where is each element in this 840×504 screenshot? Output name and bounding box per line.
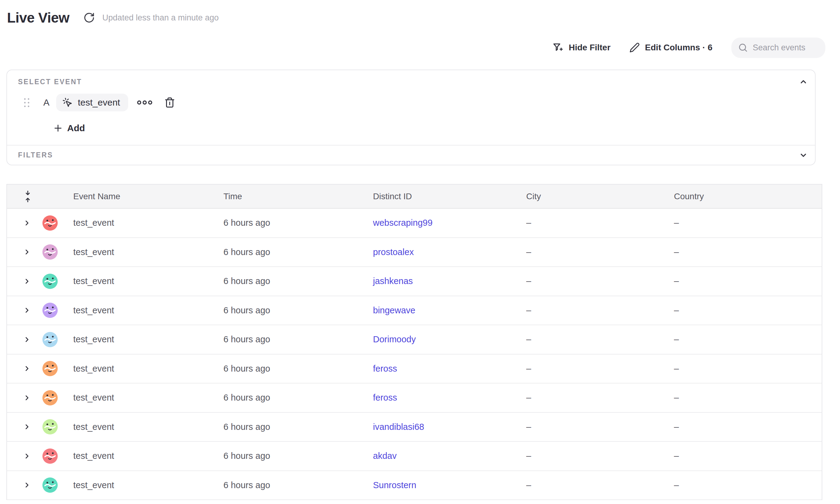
row-expand-chevron-icon[interactable] [23,278,30,285]
distinct-id-link[interactable]: Sunrostern [373,480,416,490]
event-name-cell: test_event [73,305,224,316]
city-cell: – [526,218,674,228]
drag-handle-icon[interactable] [24,98,29,107]
table-row[interactable]: test_event 6 hours ago feross – – [7,383,822,413]
refresh-button[interactable] [83,12,95,24]
toolbar: Hide Filter Edit Columns · 6 [0,37,825,58]
event-more-button[interactable] [137,100,153,106]
hide-filter-button[interactable]: Hide Filter [553,42,611,53]
avatar [42,215,58,231]
row-expand-chevron-icon[interactable] [23,336,30,343]
chevron-up-icon [799,77,808,86]
event-name-cell: test_event [73,480,224,490]
avatar-face [42,303,58,318]
edit-columns-label: Edit Columns · 6 [645,43,713,53]
row-expand-chevron-icon[interactable] [23,307,30,313]
chevron-down-icon [799,151,808,160]
city-cell: – [526,247,674,257]
time-cell: 6 hours ago [224,393,373,403]
city-cell: – [526,364,674,374]
table-row[interactable]: test_event 6 hours ago ivandiblasi68 – – [7,413,822,442]
avatar [42,478,58,493]
distinct-id-link[interactable]: feross [373,393,397,402]
time-cell: 6 hours ago [224,276,373,286]
city-cell: – [526,480,674,490]
table-row[interactable]: test_event 6 hours ago jashkenas – – [7,267,822,296]
country-cell: – [674,305,822,316]
query-builder-card: SELECT EVENT A test_event Add [6,70,816,165]
expand-filters-button[interactable] [799,151,808,160]
collapse-rows-icon [23,190,32,203]
row-expand-chevron-icon[interactable] [23,482,30,488]
collapse-rows-button[interactable] [23,190,32,203]
table-body: test_event 6 hours ago webscraping99 – –… [7,209,822,500]
avatar-face [42,361,58,376]
distinct-id-link[interactable]: bingewave [373,305,416,315]
distinct-id-link[interactable]: ivandiblasi68 [373,422,424,432]
event-row: A test_event [18,94,808,111]
title-bar: Live View Updated less than a minute ago [0,0,840,28]
avatar-face [42,245,58,259]
avatar-face [42,274,58,289]
distinct-id-link[interactable]: prostoalex [373,247,414,257]
hide-filter-label: Hide Filter [568,43,611,53]
collapse-section-button[interactable] [799,77,808,86]
time-cell: 6 hours ago [224,364,373,374]
filters-label: FILTERS [18,151,53,159]
time-cell: 6 hours ago [224,335,373,344]
row-expand-chevron-icon[interactable] [23,395,30,401]
event-name-cell: test_event [73,451,224,461]
event-name-cell: test_event [73,422,224,432]
delete-event-button[interactable] [164,97,175,108]
avatar [42,419,58,434]
search-box[interactable] [731,37,825,58]
distinct-id-link[interactable]: jashkenas [373,276,413,286]
row-expand-chevron-icon[interactable] [23,424,30,430]
table-row[interactable]: test_event 6 hours ago Sunrostern – – [7,471,822,500]
avatar-face [42,215,58,231]
table-row[interactable]: test_event 6 hours ago prostoalex – – [7,238,822,267]
row-expand-chevron-icon[interactable] [23,220,30,227]
search-input[interactable] [753,43,819,53]
avatar [42,332,58,347]
time-cell: 6 hours ago [224,480,373,490]
row-expand-chevron-icon[interactable] [23,249,30,255]
table-row[interactable]: test_event 6 hours ago Dorimoody – – [7,325,822,355]
avatar [42,361,58,376]
row-expand-chevron-icon[interactable] [23,365,30,372]
country-cell: – [674,393,822,403]
column-header-city: City [526,192,674,201]
table-row[interactable]: test_event 6 hours ago webscraping99 – – [7,209,822,238]
event-series-letter: A [43,97,50,108]
avatar [42,449,58,464]
distinct-id-link[interactable]: Dorimoody [373,335,416,344]
row-expand-chevron-icon[interactable] [23,453,30,460]
event-name-cell: test_event [73,393,224,403]
updated-text: Updated less than a minute ago [102,13,218,22]
time-cell: 6 hours ago [224,451,373,461]
event-chip[interactable]: test_event [56,94,128,111]
distinct-id-link[interactable]: webscraping99 [373,218,433,228]
time-cell: 6 hours ago [224,247,373,257]
refresh-icon [83,12,95,23]
avatar [42,303,58,318]
plus-icon [53,124,63,133]
distinct-id-link[interactable]: akdav [373,451,397,461]
column-header-distinct-id: Distinct ID [373,192,526,201]
city-cell: – [526,451,674,461]
table-row[interactable]: test_event 6 hours ago bingewave – – [7,296,822,325]
city-cell: – [526,422,674,432]
select-event-label: SELECT EVENT [18,78,82,86]
search-icon [738,43,748,53]
add-event-button[interactable]: Add [53,122,85,135]
event-name-cell: test_event [73,335,224,344]
table-row[interactable]: test_event 6 hours ago feross – – [7,355,822,384]
country-cell: – [674,218,822,228]
city-cell: – [526,305,674,316]
distinct-id-link[interactable]: feross [373,364,397,374]
event-name-cell: test_event [73,218,224,228]
edit-columns-button[interactable]: Edit Columns · 6 [629,42,713,53]
column-header-country: Country [674,192,822,201]
country-cell: – [674,480,822,490]
table-row[interactable]: test_event 6 hours ago akdav – – [7,442,822,471]
